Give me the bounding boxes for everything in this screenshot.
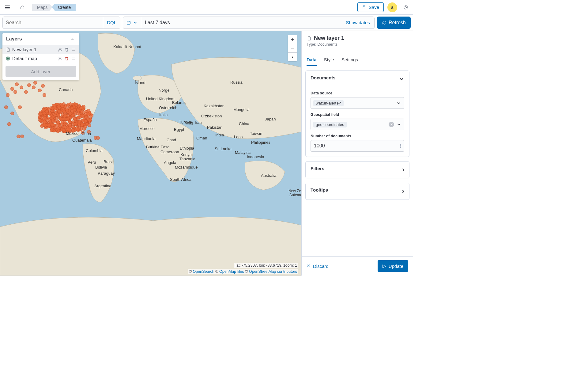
map-label: Argentina [94, 184, 111, 188]
data-point [39, 112, 42, 116]
section-header[interactable]: Filters [306, 162, 409, 178]
map-label: United Kingdom [146, 97, 175, 101]
update-label: Update [389, 264, 403, 269]
save-label: Save [369, 5, 379, 10]
refresh-button[interactable]: Refresh [377, 17, 411, 29]
map-attribution: © OpenSearch © OpenMapTiles © OpenStreet… [188, 269, 298, 274]
layer-row-default-map[interactable]: Default map [2, 54, 79, 63]
map-label: Laos [234, 135, 243, 139]
panel-title: New layer 1 [314, 35, 344, 41]
layer-row-new-layer-1[interactable]: New layer 1 [2, 45, 79, 54]
attrib-openmaptiles[interactable]: OpenMapTiles [219, 269, 244, 274]
query-bar: DQL Last 7 days Show dates Refresh [0, 15, 413, 31]
zoom-in-button[interactable]: + [288, 35, 297, 44]
data-source-select[interactable]: wazuh-alerts-* [311, 97, 404, 109]
map-label: Russia [230, 80, 243, 85]
map-label: Italia [159, 112, 168, 117]
data-point [82, 127, 86, 131]
data-point [43, 93, 46, 97]
map-label: Egypt [174, 127, 184, 132]
visibility-icon[interactable] [58, 56, 62, 61]
geo-field-select[interactable]: geo.coordinates ✕ [311, 119, 404, 130]
data-point [41, 84, 45, 88]
section-header[interactable]: Tooltips [306, 183, 409, 200]
data-source-chip: wazuh-alerts-* [313, 100, 344, 106]
discard-label: Discard [313, 264, 329, 269]
section-header[interactable]: Documents [306, 71, 409, 87]
stepper-icon[interactable]: ▴▾ [400, 143, 401, 148]
map-label: Paraguay [98, 171, 115, 176]
chevron-right-icon [402, 166, 404, 174]
map-label: Cameroon [160, 150, 179, 154]
show-dates-button[interactable]: Show dates [342, 17, 374, 29]
drag-icon[interactable] [71, 47, 76, 52]
trash-icon[interactable] [64, 56, 69, 61]
map-label: Iran [195, 120, 202, 125]
collapse-icon[interactable] [70, 36, 75, 41]
attrib-osm[interactable]: OpenStreetMap contributors [249, 269, 297, 274]
panel-body: Documents Data source wazuh-alerts-* Geo… [302, 66, 413, 256]
svg-point-0 [404, 6, 408, 9]
help-button[interactable] [401, 2, 411, 12]
map-label: Oman [196, 136, 207, 140]
breadcrumb-maps[interactable]: Maps [32, 4, 52, 11]
home-button[interactable] [17, 2, 27, 12]
num-docs-label: Number of documents [311, 134, 404, 138]
map-label: Morocco [139, 126, 155, 131]
avatar[interactable]: a [387, 2, 397, 12]
map-canvas[interactable]: Kalaallit NunaatÍslandCanadaNorgeUnited … [0, 31, 301, 276]
chevron-down-icon [396, 120, 401, 128]
section-title: Documents [311, 75, 336, 83]
data-point [57, 113, 60, 117]
data-point [82, 110, 85, 114]
breadcrumb: Maps Create [32, 4, 76, 11]
data-point [63, 120, 66, 124]
reset-north-button[interactable]: ▴ [288, 52, 297, 61]
data-point [80, 106, 83, 110]
tab-data[interactable]: Data [307, 55, 317, 66]
date-range-picker[interactable]: Last 7 days Show dates [123, 17, 375, 29]
add-layer-button[interactable]: Add layer [6, 66, 76, 77]
save-icon [362, 5, 367, 10]
svg-rect-2 [127, 21, 130, 24]
map-label: Philippines [251, 140, 270, 145]
discard-button[interactable]: ✕ Discard [307, 263, 329, 269]
breadcrumb-create[interactable]: Create [52, 4, 76, 11]
layers-panel: Layers New layer 1 Default map [2, 33, 79, 80]
search-input[interactable] [3, 17, 103, 29]
map-label: Cuba [81, 131, 91, 136]
filters-section: Filters [305, 161, 409, 178]
attrib-opensearch[interactable]: OpenSearch [193, 269, 214, 274]
update-button[interactable]: ▷ Update [378, 260, 408, 272]
visibility-icon[interactable] [58, 47, 62, 52]
map-label: Belarus [172, 100, 186, 105]
map-label: Aotearoa [289, 193, 301, 197]
save-button[interactable]: Save [357, 2, 384, 12]
drag-icon[interactable] [71, 56, 76, 61]
data-point [32, 86, 36, 89]
clear-icon[interactable]: ✕ [389, 122, 394, 127]
trash-icon[interactable] [64, 47, 69, 52]
dql-toggle[interactable]: DQL [103, 17, 120, 29]
map-label: Ethiopia [180, 146, 194, 150]
tab-settings[interactable]: Settings [341, 55, 358, 66]
nav-toggle-button[interactable] [2, 2, 12, 12]
map-label: Canada [59, 87, 73, 92]
map-label: Indonesia [247, 154, 264, 159]
chevron-down-icon [132, 19, 138, 27]
calendar-button[interactable] [123, 17, 141, 29]
svg-point-1 [405, 6, 406, 8]
map-label: Angola [164, 160, 176, 165]
num-docs-input[interactable]: 1000 ▴▾ [311, 140, 404, 152]
zoom-out-button[interactable]: − [288, 44, 297, 52]
chevron-down-icon [399, 75, 404, 83]
data-point [38, 118, 42, 122]
data-point [90, 114, 93, 118]
data-point [17, 135, 20, 138]
data-point [88, 123, 91, 127]
tab-style[interactable]: Style [324, 55, 334, 66]
geo-field-chip: geo.coordinates [313, 122, 347, 127]
map-label: Perú [88, 160, 96, 165]
document-icon [6, 47, 10, 52]
layers-header: Layers [2, 33, 79, 45]
